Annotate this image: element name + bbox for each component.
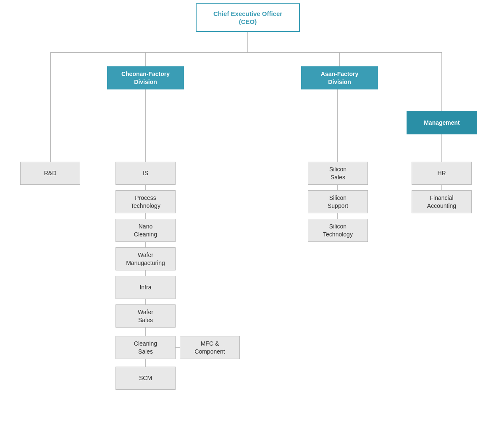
is-node: IS [116, 162, 176, 185]
silicon-sales-label: SiliconSales [329, 165, 346, 181]
scm-label: SCM [139, 374, 152, 382]
wafer-sales-label: WaferSales [138, 308, 153, 323]
connectors [0, 0, 504, 438]
management-node: Management [407, 111, 477, 134]
rd-node: R&D [20, 162, 80, 185]
cleaning-sales-node: CleaningSales [116, 336, 176, 359]
hr-label: HR [437, 169, 446, 177]
mfc-component-node: MFC &Component [180, 336, 240, 359]
cheonan-label: Cheonan-FactoryDivision [121, 70, 170, 85]
mfc-component-label: MFC &Component [194, 340, 225, 355]
silicon-tech-label: SiliconTechnology [323, 223, 353, 238]
hr-node: HR [412, 162, 472, 185]
nano-cleaning-node: NanoCleaning [116, 219, 176, 242]
infra-node: Infra [116, 276, 176, 299]
ceo-node: Chief Executive Officer(CEO) [196, 3, 300, 32]
asan-node: Asan-FactoryDivision [301, 66, 378, 89]
wafer-sales-node: WaferSales [116, 304, 176, 328]
silicon-tech-node: SiliconTechnology [308, 219, 368, 242]
wafer-mfg-label: WaferManugacturing [126, 251, 165, 266]
silicon-support-label: SiliconSupport [328, 194, 348, 209]
org-chart: Chief Executive Officer(CEO) Cheonan-Fac… [0, 0, 504, 438]
is-label: IS [143, 169, 148, 177]
silicon-sales-node: SiliconSales [308, 162, 368, 185]
scm-node: SCM [116, 367, 176, 390]
asan-label: Asan-FactoryDivision [321, 70, 358, 85]
infra-label: Infra [139, 283, 151, 291]
process-tech-node: ProcessTechnology [116, 190, 176, 213]
rd-label: R&D [44, 169, 57, 177]
nano-cleaning-label: NanoCleaning [134, 223, 157, 238]
process-tech-label: ProcessTechnology [131, 194, 160, 209]
cheonan-node: Cheonan-FactoryDivision [107, 66, 184, 89]
cleaning-sales-label: CleaningSales [134, 340, 157, 355]
financial-accounting-node: FinancialAccounting [412, 190, 472, 213]
silicon-support-node: SiliconSupport [308, 190, 368, 213]
ceo-label: Chief Executive Officer(CEO) [213, 10, 282, 26]
management-label: Management [424, 119, 460, 126]
financial-accounting-label: FinancialAccounting [427, 194, 456, 209]
wafer-mfg-node: WaferManugacturing [116, 247, 176, 270]
